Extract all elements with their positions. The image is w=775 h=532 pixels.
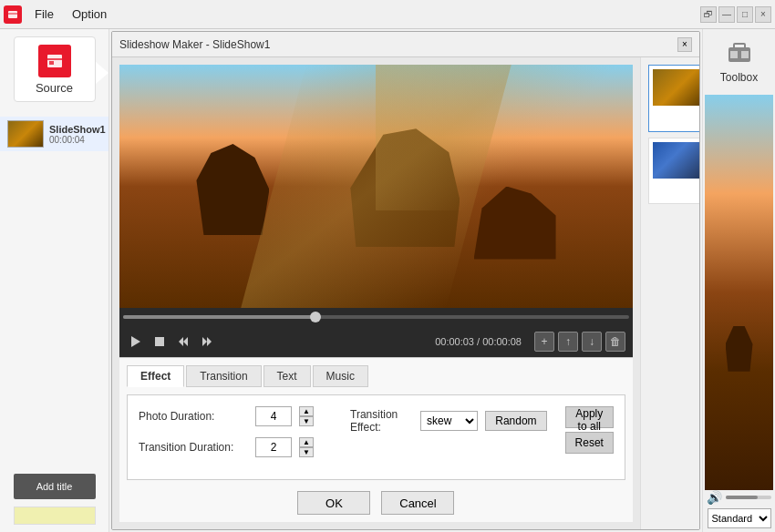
svg-rect-6 xyxy=(155,337,164,346)
transition-duration-spinner: ▲ ▼ xyxy=(299,437,314,457)
transition-duration-down[interactable]: ▼ xyxy=(299,447,314,457)
slideshow-title: Slideshow Maker - SlideShow1 xyxy=(119,38,677,51)
slideshow-titlebar: Slideshow Maker - SlideShow1 × xyxy=(112,32,699,57)
seek-progress xyxy=(123,315,315,319)
tab-music[interactable]: Music xyxy=(313,365,368,387)
main-layout: Source SlideShow1 00:00:04 Add title xyxy=(0,29,775,532)
source-label: Source xyxy=(36,81,73,95)
svg-rect-14 xyxy=(741,51,749,58)
slideshow-close-button[interactable]: × xyxy=(677,37,692,52)
titlebar-controls: 🗗 — □ × xyxy=(700,6,771,23)
tabs-row: Effect Transition Text Music xyxy=(127,365,625,387)
slide-controls: + ↑ ↓ 🗑 xyxy=(534,332,625,352)
restore-btn[interactable]: 🗗 xyxy=(700,6,717,23)
rewind-button[interactable] xyxy=(174,332,192,351)
tab-transition[interactable]: Transition xyxy=(186,365,261,387)
slide-item-lighthouse[interactable]: Lighthouse Slide: 4s Transition: 2s xyxy=(648,138,699,205)
volume-slider[interactable] xyxy=(726,496,771,499)
close-btn[interactable]: × xyxy=(755,6,771,23)
apply-reset-col: Apply to all Reset xyxy=(565,406,614,468)
svg-marker-8 xyxy=(183,337,188,346)
transition-effect-select[interactable]: skew fade slide zoom none xyxy=(420,411,478,431)
time-display: 00:00:03 / 00:00:08 xyxy=(435,336,522,347)
move-up-button[interactable]: ↑ xyxy=(558,332,578,352)
menu-file[interactable]: File xyxy=(29,5,59,23)
volume-icon: 🔊 xyxy=(707,490,722,505)
cancel-button[interactable]: Cancel xyxy=(381,491,454,515)
source-icon xyxy=(38,45,71,77)
photo-duration-spinner: ▲ ▼ xyxy=(299,406,314,426)
toolbox-icon xyxy=(721,33,758,69)
svg-rect-0 xyxy=(8,11,17,18)
seek-thumb[interactable] xyxy=(310,312,321,322)
seek-bar-container[interactable] xyxy=(119,308,633,326)
minimize-btn[interactable]: — xyxy=(718,6,735,23)
svg-rect-12 xyxy=(734,44,745,49)
ok-cancel-row: OK Cancel xyxy=(127,491,625,515)
seek-bar[interactable] xyxy=(123,315,629,319)
forward-button[interactable] xyxy=(198,332,216,351)
title-input-bar[interactable] xyxy=(14,506,96,525)
ok-button[interactable]: OK xyxy=(297,491,370,515)
app-titlebar: File Option 🗗 — □ × xyxy=(0,0,775,29)
transition-duration-label: Transition Duration: xyxy=(139,441,248,454)
app-window: File Option 🗗 — □ × xyxy=(0,0,775,532)
svg-rect-4 xyxy=(49,61,54,65)
app-menu: File Option xyxy=(29,5,112,23)
tab-effect[interactable]: Effect xyxy=(127,365,184,387)
svg-marker-5 xyxy=(131,336,140,347)
svg-marker-9 xyxy=(202,337,207,346)
app-icon xyxy=(4,5,22,24)
transition-duration-up[interactable]: ▲ xyxy=(299,437,314,447)
apply-to-all-button[interactable]: Apply to all xyxy=(565,406,614,428)
menu-option[interactable]: Option xyxy=(67,5,112,23)
transition-effect-label: Transition Effect: xyxy=(350,408,413,434)
transition-overlay xyxy=(241,65,512,308)
stop-button[interactable] xyxy=(150,332,169,351)
play-button[interactable] xyxy=(127,332,145,351)
controls-bar: 00:00:03 / 00:00:08 + ↑ ↓ 🗑 xyxy=(119,326,633,357)
add-title-button[interactable]: Add title xyxy=(14,474,96,499)
transition-duration-input[interactable] xyxy=(255,437,292,457)
random-button[interactable]: Random xyxy=(485,411,546,431)
video-player xyxy=(119,65,633,308)
source-info: SlideShow1 00:00:04 xyxy=(49,124,106,145)
quality-select[interactable]: Standard High Low xyxy=(708,508,771,528)
slide-thumb-desert xyxy=(653,69,699,106)
maximize-btn[interactable]: □ xyxy=(737,6,753,23)
delete-slide-button[interactable]: 🗑 xyxy=(605,332,625,352)
toolbox-label: Toolbox xyxy=(720,71,758,84)
source-duration: 00:00:04 xyxy=(49,135,106,145)
photo-duration-up[interactable]: ▲ xyxy=(299,406,314,416)
tab-text[interactable]: Text xyxy=(264,365,311,387)
video-background xyxy=(119,65,633,308)
slide-thumb-lighthouse xyxy=(653,142,699,179)
settings-content: Photo Duration: ▲ ▼ Transition Dura xyxy=(127,394,625,480)
photo-duration-down[interactable]: ▼ xyxy=(299,416,314,426)
reset-button[interactable]: Reset xyxy=(565,432,614,454)
rock-1 xyxy=(196,144,269,235)
svg-marker-7 xyxy=(179,337,183,346)
slide-item-desert[interactable]: Desert Slide: 4s Transition: 2s xyxy=(648,65,699,132)
video-area: 00:00:03 / 00:00:08 + ↑ ↓ 🗑 Effect Trans… xyxy=(112,57,640,529)
photo-duration-input[interactable] xyxy=(255,406,292,426)
source-item[interactable]: SlideShow1 00:00:04 xyxy=(0,117,108,151)
volume-row: 🔊 xyxy=(703,490,775,505)
transition-duration-row: Transition Duration: ▲ ▼ xyxy=(139,437,314,457)
source-name: SlideShow1 xyxy=(49,124,106,135)
transition-effect-row: Transition Effect: skew fade slide zoom … xyxy=(332,408,547,434)
left-sidebar: Source SlideShow1 00:00:04 Add title xyxy=(0,29,109,532)
source-button[interactable]: Source xyxy=(14,36,96,102)
svg-marker-10 xyxy=(207,337,212,346)
add-slide-button[interactable]: + xyxy=(534,332,554,352)
slide-list: Desert Slide: 4s Transition: 2s Lighthou… xyxy=(640,57,699,529)
settings-panel: Effect Transition Text Music Photo Durat… xyxy=(119,357,633,522)
move-down-button[interactable]: ↓ xyxy=(582,332,602,352)
photo-duration-row: Photo Duration: ▲ ▼ xyxy=(139,406,314,426)
photo-duration-label: Photo Duration: xyxy=(139,410,248,423)
slideshow-content: 00:00:03 / 00:00:08 + ↑ ↓ 🗑 Effect Trans… xyxy=(112,57,699,529)
volume-fill xyxy=(726,496,758,499)
svg-rect-13 xyxy=(730,51,738,58)
toolbox-sidebar: Toolbox 🔊 Standard High Low xyxy=(702,29,775,532)
slideshow-window: Slideshow Maker - SlideShow1 × xyxy=(111,31,700,530)
